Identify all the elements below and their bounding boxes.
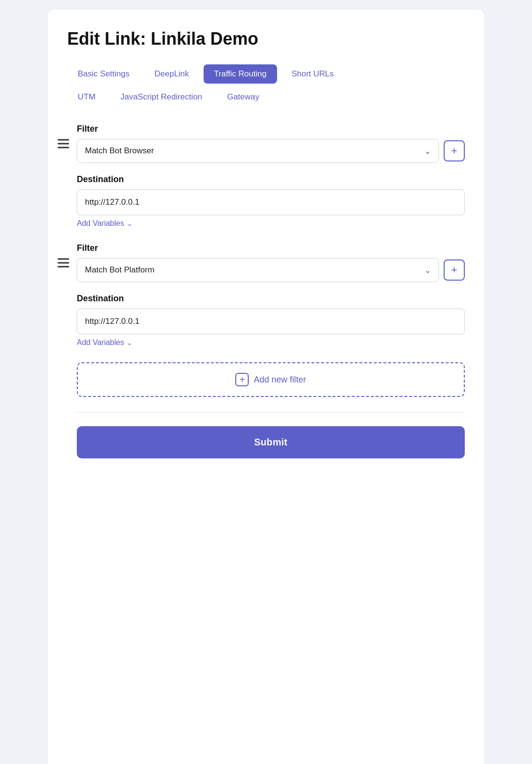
filter-block-1: Filter Match Bot Browser ⌄ + [77, 124, 465, 163]
destination-input-2[interactable] [77, 308, 465, 334]
content-area: Filter Match Bot Browser ⌄ + Destination… [67, 124, 465, 458]
tab-js-redirection[interactable]: JavaScript Redirection [110, 87, 213, 107]
page-title: Edit Link: Linkila Demo [67, 29, 465, 49]
filter-section-1: Filter Match Bot Browser ⌄ + Destination… [77, 124, 465, 228]
plus-box-icon: + [235, 373, 249, 386]
add-variables-link-1[interactable]: Add Variables ⌄ [77, 219, 133, 228]
destination-input-1[interactable] [77, 189, 465, 215]
filter-select-value-1: Match Bot Browser [85, 146, 154, 156]
tab-traffic-routing[interactable]: Traffic Routing [204, 64, 278, 84]
tab-utm[interactable]: UTM [67, 87, 106, 107]
filter-label-1: Filter [77, 124, 465, 134]
chevron-down-icon-variables-1: ⌄ [127, 220, 133, 227]
tab-deeplink[interactable]: DeepLink [144, 64, 200, 84]
filter-select-1[interactable]: Match Bot Browser ⌄ [77, 139, 439, 163]
chevron-down-icon-2: ⌄ [424, 266, 431, 275]
submit-button[interactable]: Submit [77, 426, 465, 458]
filter-label-2: Filter [77, 243, 465, 253]
tabs-row-2: UTM JavaScript Redirection Gateway [67, 87, 465, 107]
add-new-filter-button[interactable]: + Add new filter [77, 362, 465, 397]
destination-label-2: Destination [77, 294, 465, 304]
tabs-row-1: Basic Settings DeepLink Traffic Routing … [67, 64, 465, 84]
add-filter-condition-btn-1[interactable]: + [444, 140, 465, 161]
filter-row-1: Match Bot Browser ⌄ + [77, 139, 465, 163]
filter-row-2: Match Bot Platform ⌄ + [77, 258, 465, 282]
add-variables-label-2: Add Variables [77, 338, 124, 347]
drag-handle-1[interactable] [54, 135, 73, 152]
divider [77, 412, 465, 413]
add-variables-label-1: Add Variables [77, 219, 124, 228]
tab-basic-settings[interactable]: Basic Settings [67, 64, 140, 84]
add-new-filter-label: Add new filter [254, 375, 306, 385]
chevron-down-icon-1: ⌄ [424, 147, 431, 156]
filter-block-2: Filter Match Bot Platform ⌄ + [77, 243, 465, 282]
tab-gateway[interactable]: Gateway [217, 87, 270, 107]
add-filter-condition-btn-2[interactable]: + [444, 259, 465, 281]
page-container: Edit Link: Linkila Demo Basic Settings D… [48, 10, 484, 764]
filter-section-2: Filter Match Bot Platform ⌄ + Destinatio… [77, 243, 465, 347]
filter-select-2[interactable]: Match Bot Platform ⌄ [77, 258, 439, 282]
filter-select-value-2: Match Bot Platform [85, 265, 155, 275]
tab-short-urls[interactable]: Short URLs [281, 64, 344, 84]
destination-label-1: Destination [77, 174, 465, 185]
drag-handle-2[interactable] [54, 254, 73, 271]
chevron-down-icon-variables-2: ⌄ [127, 339, 133, 346]
add-variables-link-2[interactable]: Add Variables ⌄ [77, 338, 133, 347]
